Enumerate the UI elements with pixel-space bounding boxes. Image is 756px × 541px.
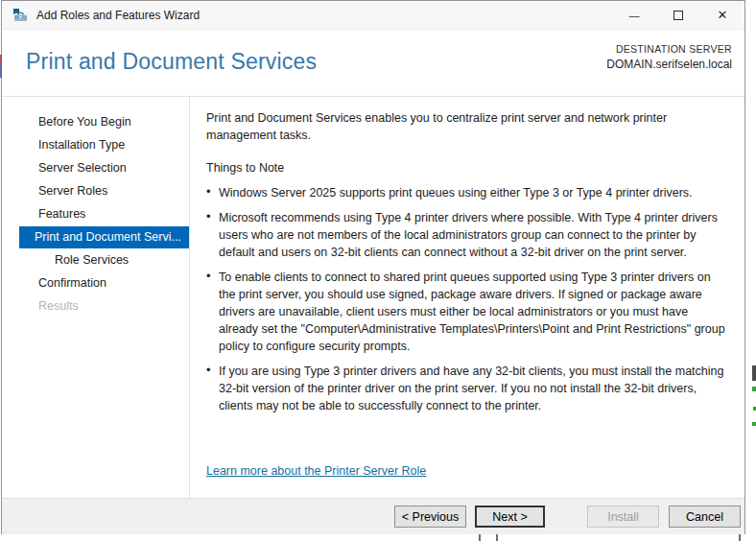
background-artifact <box>752 365 756 381</box>
sidebar-item-before-you-begin[interactable]: Before You Begin <box>2 110 189 133</box>
maximize-button[interactable] <box>656 1 700 29</box>
destination-server-block: DESTINATION SERVER DOMAIN.serifselen.loc… <box>606 43 732 71</box>
sidebar-item-server-roles[interactable]: Server Roles <box>2 179 189 202</box>
title-bar: Add Roles and Features Wizard — ✕ <box>2 1 744 30</box>
wizard-footer: < Previous Next > Install Cancel <box>2 498 744 534</box>
notes-list: Windows Server 2025 supports print queue… <box>206 184 729 414</box>
background-artifact <box>752 422 756 426</box>
minimize-icon: — <box>629 10 640 21</box>
sidebar-item-print-and-document-services[interactable]: Print and Document Servi... <box>19 226 189 248</box>
sidebar-item-features[interactable]: Features <box>2 202 189 225</box>
close-button[interactable]: ✕ <box>700 1 744 29</box>
intro-paragraph: Print and Document Services enables you … <box>206 109 729 144</box>
sidebar-item-results: Results <box>2 294 189 318</box>
note-item: Microsoft recommends using Type 4 printe… <box>206 209 729 261</box>
note-item: Windows Server 2025 supports print queue… <box>206 184 729 201</box>
background-artifact <box>479 534 481 541</box>
background-artifact <box>739 534 741 541</box>
background-artifact <box>0 64 2 78</box>
destination-server-value: DOMAIN.serifselen.local <box>606 58 732 71</box>
background-artifact <box>0 55 2 64</box>
wizard-toolbox-icon <box>12 8 29 23</box>
minimize-button[interactable]: — <box>612 1 656 29</box>
sidebar-item-server-selection[interactable]: Server Selection <box>2 156 189 179</box>
wizard-body: Before You Begin Installation Type Serve… <box>2 97 744 498</box>
learn-more-link[interactable]: Learn more about the Printer Server Role <box>206 464 426 478</box>
next-button[interactable]: Next > <box>475 506 545 528</box>
page-title: Print and Document Services <box>26 49 317 75</box>
wizard-window: Add Roles and Features Wizard — ✕ Print … <box>1 0 745 534</box>
sidebar-item-installation-type[interactable]: Installation Type <box>2 133 189 156</box>
wizard-content: Print and Document Services enables you … <box>190 97 744 498</box>
wizard-steps-sidebar: Before You Begin Installation Type Serve… <box>2 97 190 498</box>
sidebar-item-role-services[interactable]: Role Services <box>2 248 189 271</box>
previous-button[interactable]: < Previous <box>394 506 466 528</box>
window-controls: — ✕ <box>612 1 744 29</box>
install-button: Install <box>587 506 659 528</box>
note-item: If you are using Type 3 printer drivers … <box>206 363 729 414</box>
background-artifact <box>496 534 498 541</box>
background-artifact <box>752 387 756 391</box>
close-icon: ✕ <box>718 8 728 22</box>
note-item: To enable clients to connect to shared p… <box>206 269 729 355</box>
window-title: Add Roles and Features Wizard <box>36 9 200 22</box>
destination-server-label: DESTINATION SERVER <box>606 43 732 55</box>
wizard-header: Print and Document Services DESTINATION … <box>2 30 744 97</box>
sidebar-item-confirmation[interactable]: Confirmation <box>2 271 189 294</box>
things-to-note-heading: Things to Note <box>206 161 729 175</box>
cancel-button[interactable]: Cancel <box>669 506 741 528</box>
maximize-icon <box>673 11 683 20</box>
